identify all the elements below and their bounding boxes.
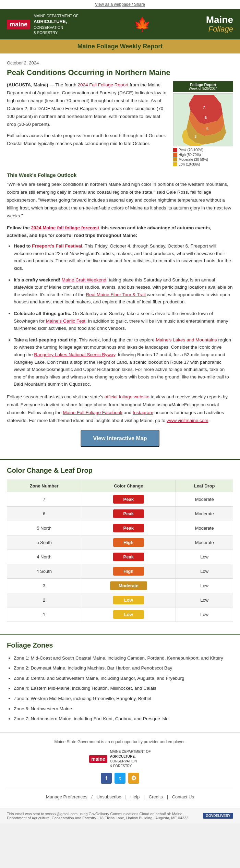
article-body-text: (AUGUSTA, Maine) — The fourth 2024 Fall … bbox=[7, 81, 168, 167]
leaf-drop-cell: Low bbox=[176, 550, 233, 564]
svg-text:3: 3 bbox=[194, 134, 196, 138]
maine-craft-link[interactable]: Maine Craft Weekend bbox=[62, 277, 106, 282]
zone-cell: 2 bbox=[7, 593, 81, 607]
maine-logo: maine bbox=[7, 20, 30, 29]
leaf-drop-cell: Low bbox=[176, 578, 233, 593]
leaf-decoration: 🍁 bbox=[134, 16, 151, 33]
map-legend: Peak (70-100%) High (50-70%) Moderate (3… bbox=[173, 148, 233, 166]
leaf-drop-cell: Moderate bbox=[176, 492, 233, 506]
zone-list-item: Zone 4: Eastern Mid-Maine, including Hou… bbox=[14, 685, 233, 692]
instagram-link[interactable]: Instagram bbox=[133, 410, 153, 415]
color-change-cell: Low bbox=[81, 607, 176, 622]
rangeley-byway-link[interactable]: Rangeley Lakes National Scenic Byway bbox=[34, 352, 115, 357]
events-list: Head to Freeport's Fall Festival. This F… bbox=[7, 242, 233, 388]
color-change-cell: High bbox=[81, 564, 176, 578]
intro-paragraph-1: (AUGUSTA, Maine) — The fourth 2024 Fall … bbox=[7, 81, 168, 129]
footer-divider bbox=[7, 789, 233, 789]
facebook-icon[interactable]: f bbox=[101, 773, 112, 784]
list-item: Head to Freeport's Fall Festival. This F… bbox=[14, 242, 233, 272]
footer-gov-text: Maine State Government is an equal oppor… bbox=[7, 739, 233, 744]
freeport-festival-link[interactable]: Freeport's Fall Festival bbox=[32, 243, 82, 249]
table-row: 2 Low Low bbox=[7, 593, 233, 607]
color-change-section: Color Change & Leaf Drop Zone Number Col… bbox=[0, 459, 240, 634]
leaf-drop-cell: Low bbox=[176, 593, 233, 607]
table-row: 7 Peak Moderate bbox=[7, 492, 233, 506]
contact-us-link[interactable]: Contact Us bbox=[172, 794, 194, 799]
color-status-badge: Low bbox=[113, 610, 144, 619]
outlook-title: This Week's Foliage Outlook bbox=[7, 172, 233, 178]
credits-link[interactable]: Credits bbox=[149, 794, 163, 799]
zones-title: Foliage Zones bbox=[7, 641, 233, 649]
svg-text:7: 7 bbox=[203, 106, 205, 110]
visitmaine-link[interactable]: www.visitmaine.com bbox=[167, 418, 208, 423]
color-change-cell: High bbox=[81, 535, 176, 550]
email-footer: This email was sent to xxxxxx@gmail.com … bbox=[0, 808, 240, 823]
fiber-tour-link[interactable]: Real Maine Fiber Tour & Trail bbox=[86, 292, 146, 297]
color-change-cell: Moderate bbox=[81, 578, 176, 593]
color-change-cell: Peak bbox=[81, 550, 176, 564]
twitter-icon[interactable]: t bbox=[115, 773, 125, 784]
help-link[interactable]: Help bbox=[130, 794, 140, 799]
leaf-drop-cell: Moderate bbox=[176, 506, 233, 521]
zone-cell: 4 North bbox=[7, 550, 81, 564]
color-change-cell: Peak bbox=[81, 521, 176, 535]
foliage-zones-section: Foliage Zones Zone 1: Mid-Coast and Sout… bbox=[0, 634, 240, 732]
maine-title: Maine bbox=[206, 15, 233, 25]
color-change-cell: Low bbox=[81, 593, 176, 607]
article-intro: (AUGUSTA, Maine) — The fourth 2024 Fall … bbox=[7, 81, 233, 167]
closing-paragraph: Foliage season enthusiasts can visit the… bbox=[7, 393, 233, 425]
rss-icon[interactable]: ⚙ bbox=[128, 773, 139, 784]
view-as-webpage-link[interactable]: View as a webpage / Share bbox=[95, 2, 145, 7]
table-row: 6 Peak Moderate bbox=[7, 506, 233, 521]
lakes-mountains-link[interactable]: Maine's Lakes and Mountains bbox=[156, 337, 217, 342]
bold-paragraph: Follow the 2024 Maine fall foliage forec… bbox=[7, 224, 233, 239]
top-bar: View as a webpage / Share bbox=[0, 0, 240, 9]
zones-list: Zone 1: Mid-Coast and South Coastal Main… bbox=[7, 654, 233, 723]
foliage-table: Zone Number Color Change Leaf Drop 7 Pea… bbox=[7, 480, 233, 622]
table-row: 5 South High Moderate bbox=[7, 535, 233, 550]
foliage-subtitle: Foliage bbox=[206, 25, 233, 34]
dept-text: MAINE DEPARTMENT OF AGRICULTURE, CONSERV… bbox=[34, 13, 79, 35]
manage-preferences-link[interactable]: Manage Preferences bbox=[46, 794, 87, 799]
govdelivery-badge: GOVDELIVERY bbox=[203, 813, 233, 819]
color-status-badge: Peak bbox=[113, 495, 144, 504]
foliage-map-image: 7 6 5 3 bbox=[173, 93, 233, 146]
zone-cell: 6 bbox=[7, 506, 81, 521]
view-interactive-map-button[interactable]: View Interactive Map bbox=[81, 430, 159, 447]
foliage-forecast-link[interactable]: 2024 Maine fall foliage forecast bbox=[31, 225, 99, 230]
color-status-badge: Peak bbox=[113, 509, 144, 518]
zone-list-item: Zone 2: Downeast Maine, including Machia… bbox=[14, 664, 233, 672]
table-row: 5 North Peak Moderate bbox=[7, 521, 233, 535]
garlic-fest-link[interactable]: Maine's Garlic Fest bbox=[46, 318, 85, 324]
col-color: Color Change bbox=[81, 480, 176, 492]
col-leaf: Leaf Drop bbox=[176, 480, 233, 492]
color-status-badge: Peak bbox=[113, 524, 144, 532]
zone-list-item: Zone 1: Mid-Coast and South Coastal Main… bbox=[14, 654, 233, 662]
zone-cell: 5 South bbox=[7, 535, 81, 550]
header-logo-right: Maine Foliage bbox=[206, 15, 233, 34]
list-item: Celebrate all things garlic. On Saturday… bbox=[14, 310, 233, 332]
title-bar: Maine Foliage Weekly Report bbox=[0, 39, 240, 53]
leaf-drop-cell: Moderate bbox=[176, 535, 233, 550]
footer-dept-text: MAINE DEPARTMENT OF AGRICULTURE, CONSERV… bbox=[110, 749, 151, 769]
foliage-website-link[interactable]: official foliage website bbox=[105, 394, 149, 399]
list-item: Take a leaf-peeping road trip. This week… bbox=[14, 336, 233, 388]
color-status-badge: High bbox=[113, 538, 144, 547]
color-change-cell: Peak bbox=[81, 506, 176, 521]
color-status-badge: Moderate bbox=[110, 581, 147, 590]
foliage-report-badge: Foliage Report Week of 9/25/2024 bbox=[173, 81, 233, 92]
table-row: 1 Low Low bbox=[7, 607, 233, 622]
outlook-quote: "While we are seeing peak conditions in … bbox=[7, 181, 233, 220]
zone-cell: 4 South bbox=[7, 564, 81, 578]
color-status-badge: Peak bbox=[113, 553, 144, 561]
foliage-map-box: Foliage Report Week of 9/25/2024 7 6 bbox=[173, 81, 233, 167]
facebook-link[interactable]: Maine Fall Foliage Facebook bbox=[63, 410, 122, 415]
fall-foliage-report-link[interactable]: 2024 Fall Foliage Report bbox=[78, 82, 129, 87]
email-footer-text: This email was sent to xxxxxx@gmail.com … bbox=[7, 812, 203, 820]
list-item: It's a crafty weekend! Maine Craft Weeke… bbox=[14, 276, 233, 306]
social-icons-group: f t ⚙ bbox=[7, 773, 233, 784]
footer-me-logo: maine bbox=[89, 755, 107, 763]
unsubscribe-link[interactable]: Unsubscribe bbox=[97, 794, 121, 799]
zone-cell: 3 bbox=[7, 578, 81, 593]
leaf-drop-cell: Moderate bbox=[176, 521, 233, 535]
